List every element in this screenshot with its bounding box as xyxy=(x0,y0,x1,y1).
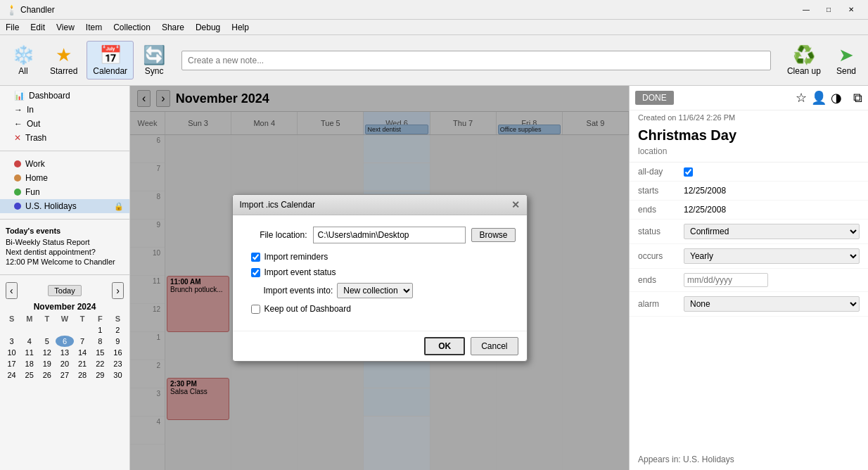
search-input[interactable] xyxy=(181,51,771,70)
today-event-2[interactable]: Next dentist appointment? xyxy=(6,248,124,256)
trash-icon: ✕ xyxy=(14,133,21,143)
mini-cal-day[interactable]: 22 xyxy=(91,358,109,369)
mini-cal-day[interactable]: 14 xyxy=(74,347,91,358)
today-event-3[interactable]: 12:00 PM Welcome to Chandler xyxy=(6,258,124,266)
mini-cal-today-day[interactable]: 6 xyxy=(56,336,73,347)
menu-share[interactable]: Share xyxy=(156,21,190,34)
mini-cal-day[interactable]: 26 xyxy=(38,369,56,381)
mini-cal-day[interactable]: 10 xyxy=(3,347,20,358)
mini-cal-day[interactable]: 19 xyxy=(38,358,56,369)
modal-overlay: Import .ics Calendar ✕ File location: Br… xyxy=(130,86,629,470)
menu-collection[interactable]: Collection xyxy=(108,21,156,34)
app-icon: 🕯️ xyxy=(6,4,18,15)
keep-out-label: Keep out of Dashboard xyxy=(264,304,351,314)
mini-cal-day[interactable]: 8 xyxy=(91,336,109,347)
star-icon-rp[interactable]: ☆ xyxy=(796,90,807,106)
mini-cal-day[interactable]: 4 xyxy=(20,336,38,347)
mini-cal-day[interactable]: 15 xyxy=(91,347,109,358)
cancel-button[interactable]: Cancel xyxy=(471,337,518,355)
rp-icons: ☆ 👤 ◑ ⧉ xyxy=(796,90,862,106)
mini-cal-day[interactable]: 28 xyxy=(74,369,91,381)
allday-checkbox[interactable] xyxy=(684,167,693,177)
modal-titlebar: Import .ics Calendar ✕ xyxy=(233,195,527,215)
mini-cal-grid: S M T W T F S xyxy=(3,313,127,381)
sidebar-item-fun[interactable]: Fun xyxy=(0,185,129,199)
mini-cal-day[interactable] xyxy=(56,324,73,336)
menu-item[interactable]: Item xyxy=(80,21,108,34)
ends-date-input[interactable] xyxy=(684,273,768,287)
sidebar-item-out[interactable]: ← Out xyxy=(0,117,129,131)
rp-ends-field: ends 12/25/2008 xyxy=(630,201,868,220)
mini-cal-day[interactable]: 7 xyxy=(74,336,91,347)
menu-debug[interactable]: Debug xyxy=(190,21,226,34)
mini-cal-next[interactable]: › xyxy=(112,282,124,299)
moon-icon[interactable]: ◑ xyxy=(831,90,842,106)
mini-cal-day[interactable]: 21 xyxy=(74,358,91,369)
mini-cal-hdr-sa: S xyxy=(109,313,127,324)
mini-cal-day[interactable] xyxy=(74,324,91,336)
mini-cal-day[interactable] xyxy=(3,324,20,336)
mini-cal-day[interactable]: 24 xyxy=(3,369,20,381)
location-input[interactable] xyxy=(638,146,860,156)
rp-occurs-field: occurs Never Daily Weekly Bi-Weekly Mont… xyxy=(630,244,868,269)
rp-appears-in: Appears in: U.S. Holidays xyxy=(630,449,868,470)
sidebar-item-home[interactable]: Home xyxy=(0,171,129,185)
alarm-select[interactable]: None 5 minutes 15 minutes 30 minutes 1 h… xyxy=(684,296,860,312)
menu-file[interactable]: File xyxy=(0,21,25,34)
mini-cal-day[interactable]: 29 xyxy=(91,369,109,381)
calendar-button[interactable]: 📅 Calendar xyxy=(87,41,134,80)
sidebar-item-dashboard[interactable]: 📊 Dashboard xyxy=(0,89,129,103)
close-button[interactable]: ✕ xyxy=(840,3,862,17)
rp-status-field: status Confirmed Tentative FYI xyxy=(630,220,868,244)
menu-help[interactable]: Help xyxy=(226,21,255,34)
mini-cal-day[interactable]: 20 xyxy=(56,358,73,369)
expand-icon[interactable]: ⧉ xyxy=(853,91,862,106)
menu-view[interactable]: View xyxy=(51,21,80,34)
maximize-button[interactable]: □ xyxy=(817,3,840,17)
mini-cal-today[interactable]: Today xyxy=(48,285,81,296)
mini-cal-day[interactable]: 25 xyxy=(20,369,38,381)
sidebar-item-in[interactable]: → In xyxy=(0,103,129,117)
rp-event-title: Christmas Day xyxy=(630,125,868,145)
mini-cal-day[interactable]: 27 xyxy=(56,369,73,381)
file-location-input[interactable] xyxy=(313,227,466,243)
done-button[interactable]: DONE xyxy=(635,91,674,105)
cleanup-button[interactable]: ♻️ Clean up xyxy=(781,41,827,80)
mini-cal-day[interactable]: 30 xyxy=(109,369,127,381)
sidebar-item-trash[interactable]: ✕ Trash xyxy=(0,131,129,145)
status-select[interactable]: Confirmed Tentative FYI xyxy=(684,224,860,239)
mini-cal-day[interactable]: 5 xyxy=(38,336,56,347)
browse-button[interactable]: Browse xyxy=(471,228,515,242)
ok-button[interactable]: OK xyxy=(424,337,465,355)
mini-cal-day[interactable]: 12 xyxy=(38,347,56,358)
occurs-select[interactable]: Never Daily Weekly Bi-Weekly Monthly Yea… xyxy=(684,248,860,264)
mini-cal-day[interactable] xyxy=(20,324,38,336)
mini-cal-day[interactable]: 18 xyxy=(20,358,38,369)
all-button[interactable]: ❄️ All xyxy=(6,41,41,80)
modal-close-button[interactable]: ✕ xyxy=(511,199,520,210)
sidebar-item-us-holidays[interactable]: U.S. Holidays 🔒 xyxy=(0,199,129,213)
mini-cal-day[interactable]: 1 xyxy=(91,324,109,336)
import-reminders-checkbox[interactable] xyxy=(251,253,260,262)
mini-cal-day[interactable]: 13 xyxy=(56,347,73,358)
mini-cal-day[interactable]: 9 xyxy=(109,336,127,347)
sync-button[interactable]: 🔄 Sync xyxy=(136,41,172,80)
send-button[interactable]: ➤ Send xyxy=(830,41,862,80)
mini-cal-day[interactable]: 2 xyxy=(109,324,127,336)
minimize-button[interactable]: — xyxy=(795,3,817,17)
import-event-status-checkbox[interactable] xyxy=(251,268,260,277)
menu-edit[interactable]: Edit xyxy=(25,21,51,34)
starred-button[interactable]: ★ Starred xyxy=(44,41,84,80)
mini-cal-day[interactable]: 17 xyxy=(3,358,20,369)
keep-out-checkbox[interactable] xyxy=(251,305,260,314)
mini-cal-day[interactable]: 11 xyxy=(20,347,38,358)
mini-cal-day[interactable]: 3 xyxy=(3,336,20,347)
mini-cal-prev[interactable]: ‹ xyxy=(6,282,18,299)
today-event-1[interactable]: Bi-Weekly Status Report xyxy=(6,238,124,246)
mini-cal-day[interactable] xyxy=(38,324,56,336)
person-icon[interactable]: 👤 xyxy=(811,90,826,106)
import-into-select[interactable]: New collection Work Home Fun U.S. Holida… xyxy=(337,283,413,298)
mini-cal-day[interactable]: 23 xyxy=(109,358,127,369)
mini-cal-day[interactable]: 16 xyxy=(109,347,127,358)
sidebar-item-work[interactable]: Work xyxy=(0,157,129,171)
